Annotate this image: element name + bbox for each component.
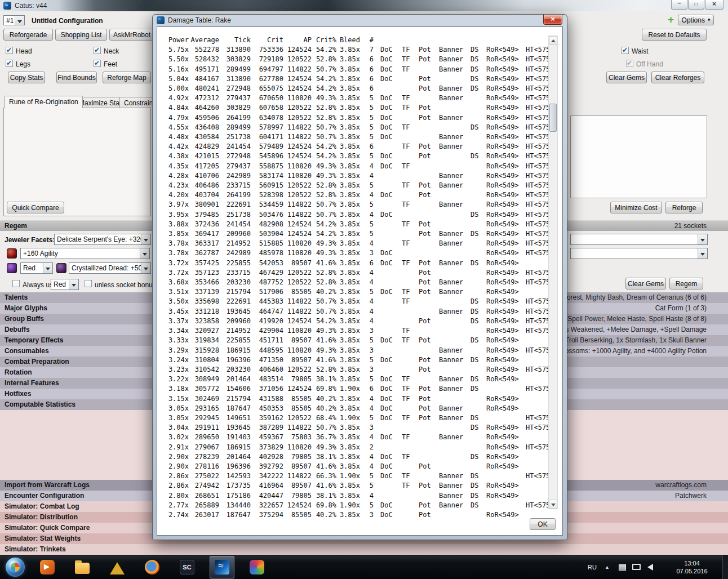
damage-row[interactable]: 3.88x37243624145448290812452454.2%3.85x5… — [164, 220, 554, 229]
always-use-color-combo[interactable]: Red — [51, 279, 79, 290]
show-desktop-button[interactable] — [722, 555, 728, 579]
damage-row[interactable]: 5.75x55227831389075333612452454.2%3.85x7… — [164, 45, 554, 55]
waist-checkbox[interactable] — [622, 47, 629, 54]
options-button[interactable]: Options — [678, 15, 714, 25]
reforge-button[interactable]: Reforge — [665, 202, 703, 213]
damage-row[interactable]: 3.05x2931651876474503538550540.2%3.85x4D… — [164, 404, 554, 413]
scroll-down-icon[interactable] — [549, 500, 557, 509]
damage-row[interactable]: 3.95x37948525173850347611482250.7%3.85x4… — [164, 210, 554, 220]
gem1-combo[interactable]: +160 Agility — [20, 248, 150, 259]
explorer-folder-icon[interactable] — [70, 556, 95, 578]
damage-row[interactable]: 3.78x36331721495251588511082049.3%3.85x4… — [164, 239, 554, 248]
damage-row[interactable]: 3.72x35712323371546742912052252.8%3.85x4… — [164, 268, 554, 278]
damage-row[interactable]: 3.68x35346620323048775212052252.8%3.85x4… — [164, 278, 554, 287]
damage-row[interactable]: 3.23x31054220323040646012052252.8%3.85x3… — [164, 365, 554, 375]
damage-row[interactable]: 3.18x30577215460637105612452469.8%1.90x6… — [164, 384, 554, 394]
damage-row[interactable]: 3.34x32092721495242990411082049.3%3.85x3… — [164, 326, 554, 336]
damage-row[interactable]: 3.04x29191119364538728911482250.7%3.85x3… — [164, 423, 554, 433]
damage-row[interactable]: 4.79x45950626419963407812052252.8%3.85x5… — [164, 113, 554, 123]
damage-row[interactable]: 5.50x52843230382972918912052252.8%3.85x6… — [164, 55, 554, 64]
media-player-icon[interactable] — [35, 556, 60, 578]
close-button[interactable] — [705, 0, 723, 10]
language-indicator[interactable]: RU — [588, 564, 597, 571]
reforgerade-button[interactable]: Reforgerade — [3, 29, 53, 41]
damage-row[interactable]: 3.37x32385820996041992012452454.2%3.85x4… — [164, 317, 554, 326]
gem2-color-combo[interactable]: Red — [20, 262, 53, 274]
tab-rune-of-re-origination[interactable]: Rune of Re-Origination — [5, 96, 83, 108]
damage-row[interactable]: 3.78x36278724298948597811082049.3%3.85x3… — [164, 248, 554, 258]
damage-row[interactable]: 3.45x33121819364546474711482250.7%3.85x4… — [164, 307, 554, 317]
feet-checkbox[interactable] — [94, 60, 101, 67]
damage-row[interactable]: 4.92x47231227943767065011082049.3%3.85x5… — [164, 93, 554, 103]
maximize-button[interactable] — [688, 0, 704, 10]
neck-checkbox[interactable] — [94, 47, 101, 54]
add-profile-icon[interactable] — [668, 14, 677, 24]
damage-row[interactable]: 3.02x2896501914034593677580336.7%3.85x4D… — [164, 433, 554, 442]
askmrrobot-button[interactable]: AskMrRobot — [109, 29, 154, 41]
damage-row[interactable]: 2.90x2781161963963927928950741.6%3.85x4D… — [164, 462, 554, 471]
section-row[interactable]: Simulator: Trinkets — [0, 544, 728, 555]
damage-row[interactable]: 4.35x41720527943755887511082049.3%3.85x4… — [164, 162, 554, 171]
damage-row[interactable]: 2.77x26588913444032265712452469.8%1.90x5… — [164, 501, 554, 510]
scrollbar-thumb[interactable] — [549, 104, 557, 132]
damage-row[interactable]: 4.28x41070624298958317411082049.3%3.85x4… — [164, 171, 554, 181]
legs-checkbox[interactable] — [6, 60, 13, 67]
damage-row[interactable]: 4.84x46426030382960765812052252.8%3.85x5… — [164, 103, 554, 113]
head-checkbox[interactable] — [6, 47, 13, 54]
damage-row[interactable]: 2.90x2782392014644029287980538.1%3.85x4D… — [164, 452, 554, 462]
clear-reforges-button[interactable]: Clear Reforges — [651, 72, 704, 83]
dialog-close-button[interactable] — [543, 15, 562, 25]
quick-compare-button[interactable]: Quick Compare — [7, 202, 64, 213]
damage-row[interactable]: 3.50x33569822269144538311482250.7%3.85x4… — [164, 297, 554, 306]
copy-stats-button[interactable]: Copy Stats — [8, 72, 45, 83]
damage-row[interactable]: 3.33x3198342258554517118950741.6%3.85x5D… — [164, 336, 554, 345]
damage-row[interactable]: 3.29x31592818691544859511082049.3%3.85x3… — [164, 346, 554, 355]
damage-row[interactable]: 3.97x38090122269153445911482250.7%3.85x5… — [164, 200, 554, 210]
damage-row[interactable]: 2.91x27906718691537382911082049.3%3.85x2… — [164, 443, 554, 452]
hidden-icons-arrow[interactable] — [605, 564, 610, 570]
damage-row[interactable]: 3.51x3371392157945179068550540.2%3.85x5D… — [164, 287, 554, 297]
dialog-titlebar[interactable]: Damage Table: Rake — [153, 15, 567, 26]
unless-socket-bonus-checkbox[interactable] — [85, 280, 92, 287]
damage-row[interactable]: 4.20x40370426419952839812052252.8%3.85x4… — [164, 190, 554, 200]
damage-row[interactable]: 5.16x49517128949969479711482250.7%3.85x6… — [164, 65, 554, 74]
damage-row[interactable]: 3.05x29294514965135916212052268.4%1.90x5… — [164, 413, 554, 423]
find-bounds-button[interactable]: Find Bounds — [56, 72, 97, 83]
aimp-player-icon[interactable] — [105, 556, 130, 578]
regem-clear-gems-button[interactable]: Clear Gems — [625, 278, 666, 290]
damage-row[interactable]: 2.80x2686511751864204477980538.1%3.85x4B… — [164, 491, 554, 501]
damage-row[interactable]: 4.48x43058425173860417111482250.7%3.85x5… — [164, 132, 554, 142]
damage-row[interactable]: 3.72x3574252258555420538950741.6%3.85x6D… — [164, 259, 554, 268]
right-combo-1[interactable] — [570, 234, 708, 245]
profile-combo[interactable]: #1 — [3, 15, 25, 25]
damage-row[interactable]: 2.86x27502214259334222211482266.3%1.90x5… — [164, 471, 554, 481]
damage-row[interactable]: 2.86x2749421737354169648950741.6%3.85x5T… — [164, 481, 554, 491]
damage-row[interactable]: 3.24x3108041963964713508950741.6%3.85x5D… — [164, 355, 554, 365]
minimize-button[interactable] — [671, 0, 687, 10]
network-icon[interactable] — [632, 564, 641, 570]
start-button[interactable] — [6, 558, 25, 577]
tray-grid-icon[interactable] — [619, 564, 626, 571]
gem3-combo[interactable]: Crystallized Dread: +500 Agi — [69, 262, 151, 274]
reforge-map-button[interactable]: Reforge Map — [103, 72, 151, 83]
paint-app-icon[interactable] — [245, 556, 269, 578]
damage-row[interactable]: 3.85x36941720996050390412452454.2%3.85x5… — [164, 229, 554, 239]
shopping-list-button[interactable]: Shopping List — [55, 29, 107, 41]
damage-row[interactable]: 5.00x48024127294865507512452454.2%3.85x6… — [164, 84, 554, 93]
volume-icon[interactable] — [647, 564, 653, 571]
firefox-icon[interactable] — [140, 556, 165, 578]
right-combo-2[interactable] — [570, 248, 708, 259]
jeweler-facets-combo[interactable]: Delicate Serpent's Eye: +320 Agilit — [54, 234, 151, 245]
catus-app-icon[interactable] — [210, 556, 234, 578]
scroll-up-icon[interactable] — [549, 36, 557, 45]
damage-row[interactable]: 4.38x42101527294854589612452454.2%3.85x5… — [164, 152, 554, 161]
vertical-scrollbar[interactable] — [548, 35, 558, 509]
damage-row[interactable]: 3.15x3024692157944315888550540.2%3.85x4D… — [164, 394, 554, 404]
damage-row[interactable]: 3.22x3089492014644835147980538.1%3.85x5D… — [164, 375, 554, 384]
damage-row[interactable]: 4.55x43640828949957899711482250.7%3.85x5… — [164, 123, 554, 132]
ok-button[interactable]: OK — [530, 518, 556, 530]
reset-to-defaults-button[interactable]: Reset to Defaults — [642, 29, 707, 41]
regem-button[interactable]: Regem — [669, 278, 703, 290]
damage-row[interactable]: 5.04x48416731389062778012452454.2%3.85x6… — [164, 74, 554, 84]
sc-app-icon[interactable]: SC — [175, 556, 199, 578]
